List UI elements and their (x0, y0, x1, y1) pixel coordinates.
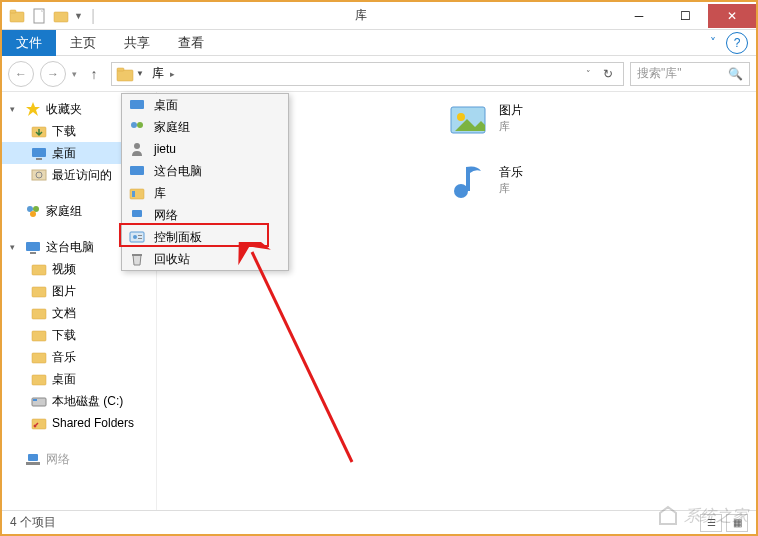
sidebar-item-label: 收藏夹 (46, 101, 82, 118)
dropdown-recycle-bin[interactable]: 回收站 (122, 248, 288, 270)
chevron-right-icon[interactable]: ▸ (168, 69, 177, 79)
svg-rect-27 (26, 462, 40, 465)
music-library-icon (447, 159, 489, 201)
shared-folder-icon (30, 415, 48, 431)
chevron-down-icon[interactable]: ▾ (10, 242, 20, 252)
maximize-button[interactable]: ☐ (662, 4, 708, 28)
sidebar-pictures[interactable]: 图片 (2, 280, 156, 302)
sidebar-item-label: 这台电脑 (46, 239, 94, 256)
sidebar-documents[interactable]: 文档 (2, 302, 156, 324)
view-tab[interactable]: 查看 (164, 30, 218, 56)
sidebar-item-label: 音乐 (52, 349, 76, 366)
home-tab[interactable]: 主页 (56, 30, 110, 56)
sidebar-downloads2[interactable]: 下载 (2, 324, 156, 346)
svg-marker-6 (26, 102, 40, 116)
folder-small-icon[interactable] (52, 7, 70, 25)
sidebar-desktop2[interactable]: 桌面 (2, 368, 156, 390)
svg-rect-26 (28, 454, 38, 461)
new-doc-icon[interactable] (30, 7, 48, 25)
chevron-down-icon[interactable]: ▾ (10, 104, 20, 114)
address-folder-icon (116, 66, 134, 82)
sidebar-item-label: 视频 (52, 261, 76, 278)
history-dropdown-icon[interactable]: ▾ (72, 69, 77, 79)
address-dropdown-menu: 桌面 家庭组 jietu 这台电脑 库 网络 控制面板 回收站 (121, 93, 289, 271)
dropdown-label: 桌面 (154, 97, 178, 114)
qat-dropdown-icon[interactable]: ▼ (74, 11, 83, 21)
svg-rect-19 (32, 309, 46, 319)
pictures-library-icon (447, 97, 489, 139)
dropdown-control-panel[interactable]: 控制面板 (122, 226, 288, 248)
search-input[interactable]: 搜索"库" 🔍 (630, 62, 750, 86)
svg-rect-17 (32, 265, 46, 275)
breadcrumb-library[interactable]: 库 (148, 65, 168, 82)
titlebar: ▼ | 库 ─ ☐ ✕ (2, 2, 756, 30)
address-chevron-down-icon[interactable]: ˅ (580, 69, 597, 79)
control-panel-icon (128, 229, 146, 245)
svg-rect-39 (132, 210, 142, 217)
library-pictures[interactable]: 图片 库 (447, 96, 523, 140)
dropdown-label: 网络 (154, 207, 178, 224)
back-button[interactable]: ← (8, 61, 34, 87)
close-button[interactable]: ✕ (708, 4, 756, 28)
svg-rect-25 (32, 419, 46, 429)
sidebar-shared[interactable]: Shared Folders (2, 412, 156, 434)
svg-rect-38 (132, 191, 135, 197)
svg-point-35 (134, 143, 140, 149)
dropdown-library[interactable]: 库 (122, 182, 288, 204)
window-title: 库 (105, 7, 616, 24)
svg-rect-22 (32, 375, 46, 385)
folder-icon (30, 283, 48, 299)
dropdown-desktop[interactable]: 桌面 (122, 94, 288, 116)
file-tab[interactable]: 文件 (2, 30, 56, 56)
sidebar-item-label: 下载 (52, 123, 76, 140)
desktop-icon (128, 97, 146, 113)
dropdown-label: 家庭组 (154, 119, 190, 136)
sidebar-local-disk[interactable]: 本地磁盘 (C:) (2, 390, 156, 412)
svg-rect-44 (132, 254, 142, 256)
search-icon: 🔍 (728, 67, 743, 81)
library-sub: 库 (499, 119, 523, 134)
item-count: 4 个项目 (10, 514, 56, 531)
minimize-button[interactable]: ─ (616, 4, 662, 28)
ribbon-expand-icon[interactable]: ˅ (700, 36, 726, 50)
sidebar-item-label: 文档 (52, 305, 76, 322)
sidebar-network[interactable]: 网络 (2, 448, 156, 470)
dropdown-label: 库 (154, 185, 166, 202)
refresh-button[interactable]: ↻ (597, 67, 619, 81)
up-button[interactable]: ↑ (83, 63, 105, 85)
forward-button[interactable]: → (40, 61, 66, 87)
folder-icon (30, 349, 48, 365)
svg-rect-24 (33, 399, 37, 401)
svg-rect-42 (138, 235, 142, 236)
share-tab[interactable]: 共享 (110, 30, 164, 56)
sidebar-item-label: 网络 (46, 451, 70, 468)
library-music[interactable]: 音乐 库 (447, 158, 523, 202)
statusbar: 4 个项目 ☰ ▦ (2, 510, 756, 534)
window-icon (8, 7, 26, 25)
recycle-bin-icon (128, 251, 146, 267)
help-button[interactable]: ? (726, 32, 748, 54)
svg-rect-4 (117, 70, 133, 81)
qat-separator: | (91, 7, 95, 25)
sidebar-item-label: Shared Folders (52, 416, 134, 430)
dropdown-this-pc[interactable]: 这台电脑 (122, 160, 288, 182)
svg-point-13 (33, 206, 39, 212)
dropdown-jietu[interactable]: jietu (122, 138, 288, 160)
address-dropdown-icon[interactable]: ▼ (136, 69, 144, 78)
library-sub: 库 (499, 181, 523, 196)
homegroup-icon (24, 203, 42, 219)
dropdown-network[interactable]: 网络 (122, 204, 288, 226)
sidebar-item-label: 图片 (52, 283, 76, 300)
sidebar-item-label: 下载 (52, 327, 76, 344)
svg-point-29 (457, 113, 465, 121)
dropdown-homegroup[interactable]: 家庭组 (122, 116, 288, 138)
user-icon (128, 141, 146, 157)
svg-rect-18 (32, 287, 46, 297)
sidebar-music[interactable]: 音乐 (2, 346, 156, 368)
svg-rect-36 (130, 166, 144, 175)
svg-rect-0 (10, 12, 24, 22)
folder-icon (30, 123, 48, 139)
network-icon (24, 451, 42, 467)
address-bar[interactable]: ▼ 库 ▸ ˅ ↻ (111, 62, 624, 86)
homegroup-icon (128, 119, 146, 135)
